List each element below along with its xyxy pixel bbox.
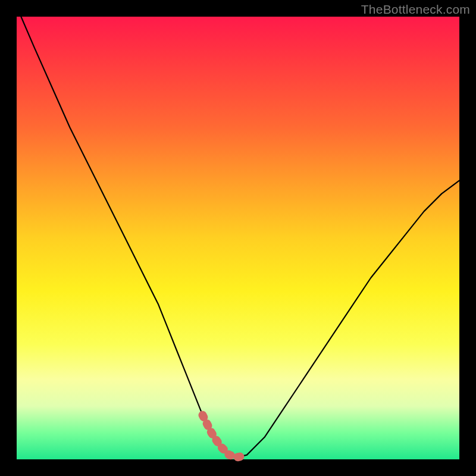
outer-frame: TheBottleneck.com bbox=[0, 0, 476, 476]
watermark-text: TheBottleneck.com bbox=[361, 2, 470, 17]
valley-highlight bbox=[203, 415, 247, 458]
plot-area bbox=[17, 17, 459, 459]
chart-svg bbox=[17, 17, 459, 459]
bottleneck-curve bbox=[21, 17, 459, 457]
